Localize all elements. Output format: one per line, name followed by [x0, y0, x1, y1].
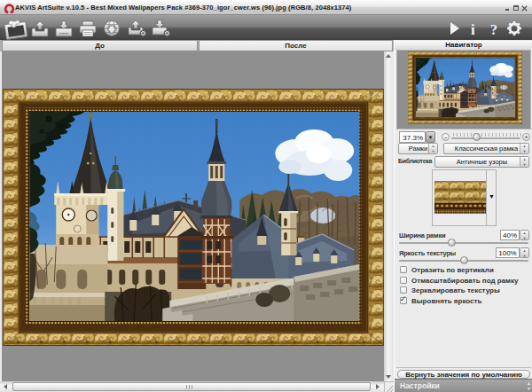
- svg-text:?: ?: [490, 22, 497, 37]
- svg-text:i: i: [471, 21, 475, 38]
